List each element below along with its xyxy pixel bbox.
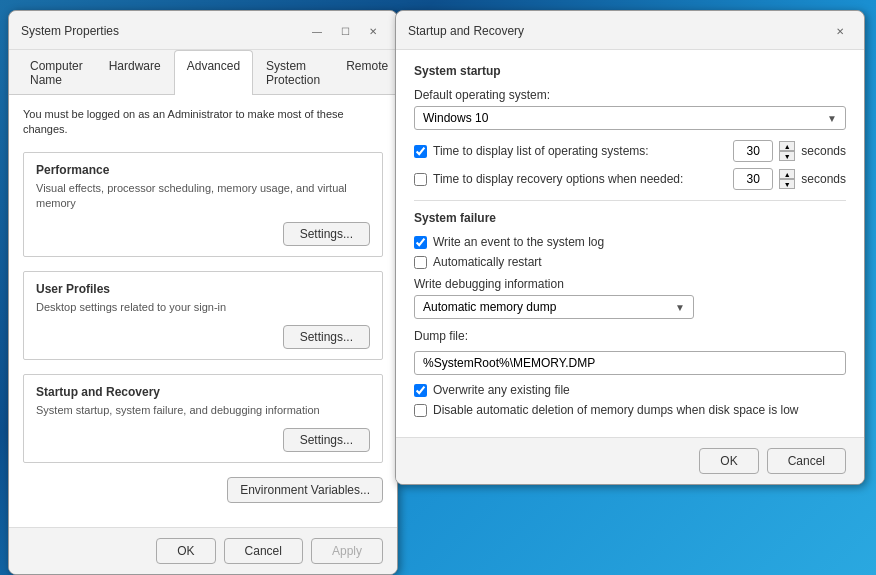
- performance-settings-button[interactable]: Settings...: [283, 222, 370, 246]
- time-recovery-seconds: seconds: [801, 172, 846, 186]
- user-profiles-desc: Desktop settings related to your sign-in: [36, 300, 370, 315]
- time-display-os-seconds: seconds: [801, 144, 846, 158]
- write-event-row: Write an event to the system log: [414, 235, 846, 249]
- time-display-os-row: Time to display list of operating system…: [414, 140, 846, 162]
- sysprops-minimize-button[interactable]: —: [305, 19, 329, 43]
- system-failure-title: System failure: [414, 211, 846, 225]
- overwrite-checkbox[interactable]: [414, 384, 427, 397]
- time-recovery-down-button[interactable]: ▼: [779, 179, 795, 189]
- user-profiles-label: User Profiles: [36, 282, 370, 296]
- auto-restart-row: Automatically restart: [414, 255, 846, 269]
- sysprops-title: System Properties: [21, 24, 119, 38]
- auto-restart-label: Automatically restart: [433, 255, 542, 269]
- sysprops-titlebar: System Properties — ☐ ✕: [9, 11, 397, 50]
- startup-close-button[interactable]: ✕: [828, 19, 852, 43]
- tab-hardware[interactable]: Hardware: [96, 50, 174, 95]
- dump-file-label: Dump file:: [414, 329, 846, 343]
- sysprops-maximize-button[interactable]: ☐: [333, 19, 357, 43]
- sysprops-controls: — ☐ ✕: [305, 19, 385, 43]
- startup-recovery-settings-button[interactable]: Settings...: [283, 428, 370, 452]
- time-recovery-row: Time to display recovery options when ne…: [414, 168, 846, 190]
- startup-body: System startup Default operating system:…: [396, 50, 864, 437]
- startup-cancel-button[interactable]: Cancel: [767, 448, 846, 474]
- startup-recovery-desc: System startup, system failure, and debu…: [36, 403, 370, 418]
- time-recovery-input[interactable]: 30: [733, 168, 773, 190]
- overwrite-row: Overwrite any existing file: [414, 383, 846, 397]
- time-recovery-spinner-buttons: ▲ ▼: [779, 169, 795, 189]
- startup-ok-button[interactable]: OK: [699, 448, 758, 474]
- environment-variables-button[interactable]: Environment Variables...: [227, 477, 383, 503]
- startup-title: Startup and Recovery: [408, 24, 524, 38]
- tab-system-protection[interactable]: System Protection: [253, 50, 333, 95]
- time-display-os-input[interactable]: 30: [733, 140, 773, 162]
- time-recovery-label: Time to display recovery options when ne…: [433, 172, 683, 186]
- section-divider: [414, 200, 846, 201]
- performance-desc: Visual effects, processor scheduling, me…: [36, 181, 370, 212]
- write-event-label: Write an event to the system log: [433, 235, 604, 249]
- sysprops-close-button[interactable]: ✕: [361, 19, 385, 43]
- debug-info-value: Automatic memory dump: [423, 300, 556, 314]
- sysprops-ok-button[interactable]: OK: [156, 538, 215, 564]
- admin-notice: You must be logged on as an Administrato…: [23, 107, 383, 138]
- tab-remote[interactable]: Remote: [333, 50, 398, 95]
- disable-deletion-checkbox[interactable]: [414, 404, 427, 417]
- time-recovery-checkbox[interactable]: [414, 173, 427, 186]
- startup-recovery-label: Startup and Recovery: [36, 385, 370, 399]
- system-startup-title: System startup: [414, 64, 846, 78]
- default-os-arrow-icon: ▼: [827, 113, 837, 124]
- sysprops-tabs: Computer Name Hardware Advanced System P…: [9, 50, 397, 95]
- default-os-value: Windows 10: [423, 111, 488, 125]
- write-event-checkbox[interactable]: [414, 236, 427, 249]
- default-os-label: Default operating system:: [414, 88, 846, 102]
- disable-deletion-row: Disable automatic deletion of memory dum…: [414, 403, 846, 417]
- tab-computer-name[interactable]: Computer Name: [17, 50, 96, 95]
- time-display-os-down-button[interactable]: ▼: [779, 151, 795, 161]
- debug-info-dropdown[interactable]: Automatic memory dump ▼: [414, 295, 694, 319]
- startup-titlebar: Startup and Recovery ✕: [396, 11, 864, 50]
- debug-info-arrow-icon: ▼: [675, 302, 685, 313]
- time-display-os-label: Time to display list of operating system…: [433, 144, 649, 158]
- sysprops-apply-button[interactable]: Apply: [311, 538, 383, 564]
- time-display-os-spinner: 30 ▲ ▼ seconds: [733, 140, 846, 162]
- write-debug-label: Write debugging information: [414, 277, 846, 291]
- startup-footer: OK Cancel: [396, 437, 864, 484]
- system-properties-window: System Properties — ☐ ✕ Computer Name Ha…: [8, 10, 398, 575]
- startup-recovery-window: Startup and Recovery ✕ System startup De…: [395, 10, 865, 485]
- startup-recovery-section: Startup and Recovery System startup, sys…: [23, 374, 383, 463]
- user-profiles-section: User Profiles Desktop settings related t…: [23, 271, 383, 360]
- tab-advanced[interactable]: Advanced: [174, 50, 253, 95]
- overwrite-label: Overwrite any existing file: [433, 383, 570, 397]
- user-profiles-settings-button[interactable]: Settings...: [283, 325, 370, 349]
- sysprops-cancel-button[interactable]: Cancel: [224, 538, 303, 564]
- startup-controls: ✕: [828, 19, 852, 43]
- time-display-os-up-button[interactable]: ▲: [779, 141, 795, 151]
- default-os-dropdown[interactable]: Windows 10 ▼: [414, 106, 846, 130]
- time-display-os-checkbox[interactable]: [414, 145, 427, 158]
- sysprops-footer: OK Cancel Apply: [9, 527, 397, 574]
- time-display-os-spinner-buttons: ▲ ▼: [779, 141, 795, 161]
- performance-label: Performance: [36, 163, 370, 177]
- dump-file-input[interactable]: [414, 351, 846, 375]
- disable-deletion-label: Disable automatic deletion of memory dum…: [433, 403, 799, 417]
- auto-restart-checkbox[interactable]: [414, 256, 427, 269]
- sysprops-body: You must be logged on as an Administrato…: [9, 95, 397, 527]
- time-recovery-spinner: 30 ▲ ▼ seconds: [733, 168, 846, 190]
- time-recovery-up-button[interactable]: ▲: [779, 169, 795, 179]
- performance-section: Performance Visual effects, processor sc…: [23, 152, 383, 257]
